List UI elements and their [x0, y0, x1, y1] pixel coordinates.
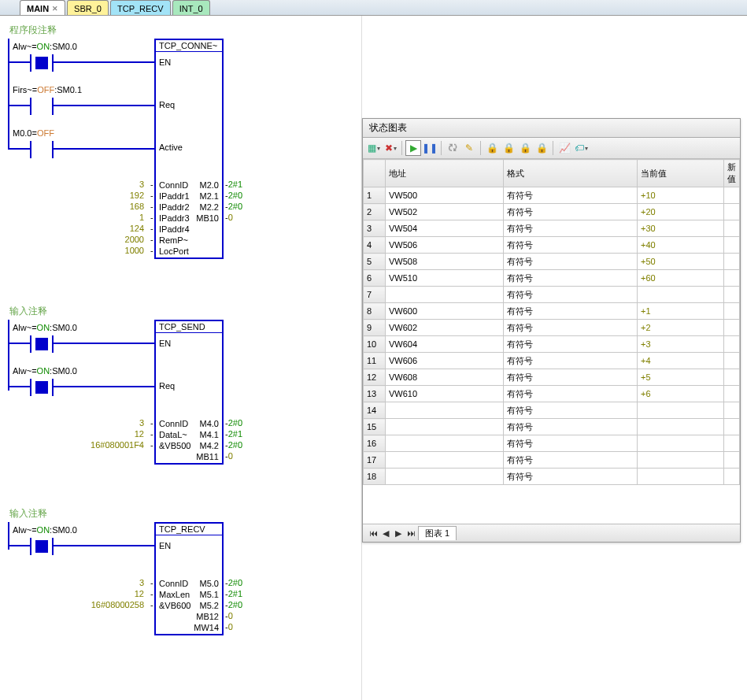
cell-value[interactable]	[638, 469, 724, 485]
cell-newvalue[interactable]	[724, 336, 740, 353]
sheet-tab[interactable]: 图表 1	[418, 526, 457, 540]
cell-newvalue[interactable]	[724, 369, 740, 386]
cell-newvalue[interactable]	[724, 287, 740, 303]
pause-button[interactable]: ❚❚	[422, 140, 438, 156]
cell-address[interactable]: VW606	[386, 353, 504, 369]
cell-address[interactable]: VW502	[386, 204, 504, 220]
function-block[interactable]: TCP_CONNE~ENReqActiveConnIDM2.0IPaddr1M2…	[154, 39, 224, 259]
cell-value[interactable]: +50	[638, 254, 724, 270]
cell-address[interactable]	[386, 419, 504, 435]
cell-address[interactable]: VW604	[386, 336, 504, 353]
tab-sbr_0[interactable]: SBR_0	[67, 0, 109, 15]
close-icon[interactable]: ✕	[52, 5, 58, 13]
tag-button[interactable]: 🏷▾	[573, 140, 589, 156]
cell-newvalue[interactable]	[724, 220, 740, 237]
cell-newvalue[interactable]	[724, 469, 740, 485]
trend-button[interactable]: 📈	[557, 140, 572, 156]
cell-value[interactable]	[638, 419, 724, 435]
table-row[interactable]: 10VW604有符号+3	[364, 336, 740, 353]
cell-format[interactable]: 有符号	[504, 435, 638, 452]
cell-newvalue[interactable]	[724, 419, 740, 435]
nav-first-icon[interactable]: ⏮	[368, 528, 379, 538]
cell-newvalue[interactable]	[724, 386, 740, 402]
cell-address[interactable]: VW508	[386, 254, 504, 270]
table-row[interactable]: 3VW504有符号+30	[364, 220, 740, 237]
lock1-button[interactable]: 🔒	[484, 140, 500, 156]
cell-format[interactable]: 有符号	[504, 353, 638, 369]
cell-format[interactable]: 有符号	[504, 303, 638, 320]
cell-newvalue[interactable]	[724, 254, 740, 270]
cell-format[interactable]: 有符号	[504, 419, 638, 435]
cell-newvalue[interactable]	[724, 303, 740, 320]
cell-value[interactable]: +40	[638, 237, 724, 254]
cell-newvalue[interactable]	[724, 204, 740, 220]
table-row[interactable]: 9VW602有符号+2	[364, 320, 740, 336]
col-format[interactable]: 格式	[504, 160, 638, 187]
cell-value[interactable]: +30	[638, 220, 724, 237]
cell-address[interactable]	[386, 402, 504, 419]
table-row[interactable]: 17有符号	[364, 452, 740, 469]
cell-value[interactable]: +20	[638, 204, 724, 220]
nav-last-icon[interactable]: ⏭	[405, 528, 416, 538]
tab-tcp_recv[interactable]: TCP_RECV	[110, 0, 171, 15]
cell-format[interactable]: 有符号	[504, 369, 638, 386]
cell-address[interactable]: VW510	[386, 270, 504, 287]
function-block[interactable]: TCP_SENDENReqConnIDM4.0DataL~M4.1&VB500M…	[154, 320, 224, 465]
cell-address[interactable]: VW608	[386, 369, 504, 386]
cell-newvalue[interactable]	[724, 320, 740, 336]
cell-format[interactable]: 有符号	[504, 254, 638, 270]
cell-address[interactable]: VW506	[386, 237, 504, 254]
delete-row-button[interactable]: ✖▾	[383, 140, 398, 156]
cell-newvalue[interactable]	[724, 452, 740, 469]
table-row[interactable]: 7有符号	[364, 287, 740, 303]
status-grid-scroll[interactable]: 地址 格式 当前值 新值 1VW500有符号+102VW502有符号+203VW…	[363, 159, 740, 524]
cell-value[interactable]: +3	[638, 336, 724, 353]
cell-address[interactable]	[386, 435, 504, 452]
cell-format[interactable]: 有符号	[504, 469, 638, 485]
table-row[interactable]: 14有符号	[364, 402, 740, 419]
cell-address[interactable]: VW610	[386, 386, 504, 402]
cell-format[interactable]: 有符号	[504, 336, 638, 353]
table-row[interactable]: 15有符号	[364, 419, 740, 435]
cell-value[interactable]	[638, 287, 724, 303]
cell-value[interactable]	[638, 435, 724, 452]
refresh-button[interactable]: 🗘	[445, 140, 460, 156]
run-button[interactable]: ▶	[405, 140, 421, 156]
table-row[interactable]: 12VW608有符号+5	[364, 369, 740, 386]
cell-address[interactable]	[386, 287, 504, 303]
table-row[interactable]: 6VW510有符号+60	[364, 270, 740, 287]
cell-value[interactable]	[638, 452, 724, 469]
lock-add-button[interactable]: 🔒	[517, 140, 533, 156]
cell-format[interactable]: 有符号	[504, 452, 638, 469]
nav-next-icon[interactable]: ▶	[393, 528, 404, 539]
cell-value[interactable]: +6	[638, 386, 724, 402]
cell-newvalue[interactable]	[724, 353, 740, 369]
table-row[interactable]: 2VW502有符号+20	[364, 204, 740, 220]
cell-value[interactable]: +1	[638, 303, 724, 320]
cell-newvalue[interactable]	[724, 435, 740, 452]
col-address[interactable]: 地址	[386, 160, 504, 187]
lock2-button[interactable]: 🔒	[501, 140, 516, 156]
table-row[interactable]: 16有符号	[364, 435, 740, 452]
cell-value[interactable]: +60	[638, 270, 724, 287]
tab-main[interactable]: MAIN✕	[20, 0, 65, 15]
cell-address[interactable]: VW602	[386, 320, 504, 336]
new-row-button[interactable]: ▦▾	[366, 140, 382, 156]
cell-format[interactable]: 有符号	[504, 402, 638, 419]
table-row[interactable]: 8VW600有符号+1	[364, 303, 740, 320]
table-row[interactable]: 4VW506有符号+40	[364, 237, 740, 254]
cell-value[interactable]: +4	[638, 353, 724, 369]
function-block[interactable]: TCP_RECVENConnIDM5.0MaxLenM5.1&VB600M5.2…	[154, 522, 224, 635]
table-row[interactable]: 13VW610有符号+6	[364, 386, 740, 402]
cell-format[interactable]: 有符号	[504, 220, 638, 237]
cell-value[interactable]: +5	[638, 369, 724, 386]
cell-format[interactable]: 有符号	[504, 270, 638, 287]
lock-del-button[interactable]: 🔒	[534, 140, 549, 156]
cell-newvalue[interactable]	[724, 270, 740, 287]
contact[interactable]	[30, 141, 54, 158]
cell-newvalue[interactable]	[724, 402, 740, 419]
cell-address[interactable]	[386, 452, 504, 469]
table-row[interactable]: 11VW606有符号+4	[364, 353, 740, 369]
col-value[interactable]: 当前值	[638, 160, 724, 187]
nav-prev-icon[interactable]: ◀	[380, 528, 391, 539]
